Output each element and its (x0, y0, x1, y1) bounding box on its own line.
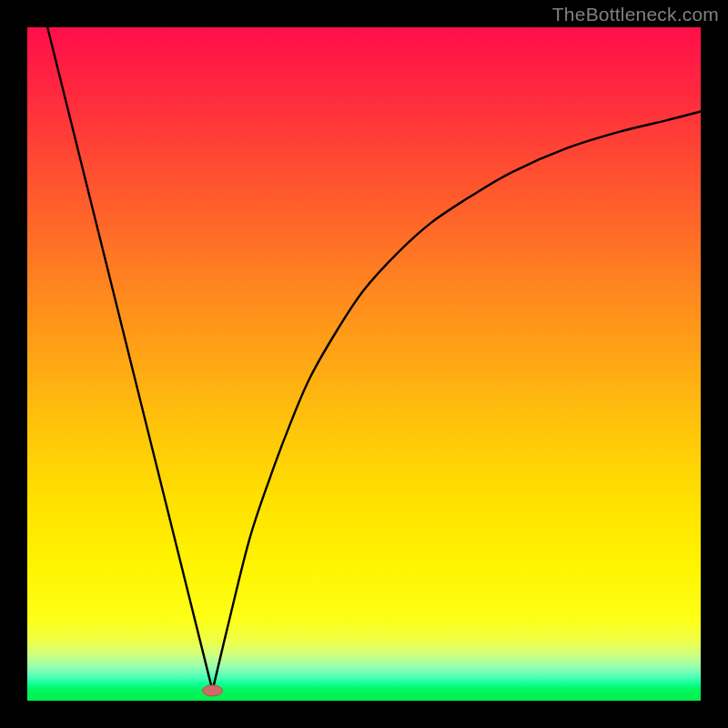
chart-frame: TheBottleneck.com (0, 0, 728, 728)
watermark-text: TheBottleneck.com (552, 4, 719, 25)
chart-svg (27, 27, 701, 701)
optimum-marker (203, 685, 223, 696)
bottleneck-curve (47, 27, 701, 691)
plot-area (27, 27, 701, 701)
curve-group (47, 27, 701, 696)
